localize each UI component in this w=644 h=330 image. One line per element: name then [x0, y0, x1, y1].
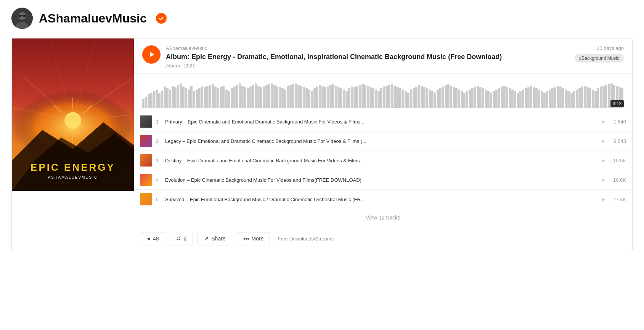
waveform-bar[interactable] [271, 83, 273, 108]
waveform-bar[interactable] [289, 85, 292, 108]
waveform-bar[interactable] [554, 87, 556, 108]
waveform-bar[interactable] [169, 90, 171, 108]
waveform-bar[interactable] [244, 87, 246, 108]
waveform-bar[interactable] [190, 86, 193, 108]
waveform-bar[interactable] [487, 91, 490, 108]
waveform-bar[interactable] [594, 91, 597, 108]
waveform-bar[interactable] [495, 90, 498, 108]
more-button[interactable]: ••• More [237, 232, 270, 245]
waveform-bar[interactable] [567, 91, 570, 108]
waveform-bar[interactable] [485, 90, 487, 108]
waveform-bar[interactable] [421, 86, 423, 108]
waveform-bar[interactable] [236, 85, 238, 108]
waveform-bar[interactable] [161, 91, 163, 108]
waveform-bar[interactable] [287, 86, 289, 108]
waveform-bar[interactable] [439, 88, 442, 108]
waveform-bar[interactable] [463, 93, 466, 108]
waveform-bar[interactable] [393, 86, 396, 108]
waveform-bar[interactable] [321, 86, 324, 108]
waveform-bar[interactable] [592, 90, 594, 108]
waveform-bar[interactable] [142, 99, 145, 108]
waveform-bar[interactable] [319, 85, 321, 108]
waveform-bar[interactable] [268, 84, 270, 108]
waveform-bar[interactable] [353, 87, 356, 108]
waveform-bar[interactable] [490, 93, 492, 108]
waveform-bar[interactable] [273, 85, 276, 108]
waveform-bar[interactable] [447, 84, 450, 108]
waveform-bar[interactable] [377, 91, 380, 108]
waveform-bar[interactable] [166, 88, 169, 108]
waveform-bar[interactable] [541, 91, 543, 108]
waveform-bar[interactable] [297, 85, 300, 108]
waveform-bar[interactable] [252, 85, 254, 108]
waveform-bar[interactable] [383, 87, 385, 108]
waveform-bar[interactable] [602, 86, 605, 108]
waveform-bar[interactable] [517, 93, 519, 108]
waveform-bar[interactable] [410, 90, 412, 108]
waveform-bar[interactable] [305, 88, 308, 108]
waveform-bar[interactable] [514, 91, 516, 108]
waveform-bar[interactable] [423, 87, 426, 108]
waveform-bar[interactable] [204, 87, 206, 108]
track-row[interactable]: 1 Primary – Epic Cinematic and Emotional… [134, 112, 632, 131]
waveform-bar[interactable] [557, 86, 559, 108]
waveform-bar[interactable] [559, 87, 562, 108]
waveform-bar[interactable] [415, 87, 418, 108]
waveform-bar[interactable] [196, 90, 198, 108]
waveform-bar[interactable] [565, 90, 567, 108]
waveform-bar[interactable] [345, 91, 348, 108]
waveform-bar[interactable] [329, 85, 332, 108]
waveform-bar[interactable] [158, 93, 161, 108]
waveform-bar[interactable] [434, 93, 436, 108]
track-row[interactable]: 2 Legacy – Epic Emotional and Dramatic C… [134, 131, 632, 151]
waveform-bar[interactable] [343, 90, 345, 108]
waveform-bar[interactable] [469, 90, 471, 108]
waveform-bar[interactable] [535, 88, 538, 108]
waveform-bar[interactable] [279, 87, 281, 108]
track-row[interactable]: 3 Destiny – Epic Dramatic and Emotional … [134, 151, 632, 170]
waveform-bar[interactable] [188, 90, 190, 108]
waveform-bar[interactable] [340, 88, 342, 108]
waveform-bar[interactable] [509, 88, 511, 108]
waveform-bar[interactable] [471, 88, 474, 108]
waveform-bar[interactable] [348, 88, 350, 108]
waveform-bar[interactable] [506, 87, 508, 108]
waveform-bar[interactable] [156, 90, 158, 108]
waveform-bar[interactable] [206, 86, 209, 108]
waveform-bar[interactable] [201, 87, 203, 108]
waveform-bar[interactable] [198, 88, 201, 108]
waveform-bar[interactable] [581, 87, 583, 108]
waveform-bar[interactable] [359, 85, 361, 108]
waveform-bar[interactable] [426, 88, 428, 108]
waveform-bar[interactable] [466, 91, 468, 108]
waveform-bar[interactable] [351, 87, 353, 108]
waveform-bar[interactable] [337, 87, 340, 108]
waveform-bar[interactable] [479, 87, 482, 108]
waveform-bar[interactable] [391, 84, 393, 108]
waveform-bar[interactable] [303, 87, 305, 108]
waveform-bar[interactable] [608, 84, 610, 108]
waveform-bar[interactable] [584, 86, 586, 108]
waveform-bar[interactable] [324, 87, 326, 108]
profile-name[interactable]: AShamaluevMusic [39, 11, 147, 26]
waveform-bar[interactable] [281, 88, 284, 108]
waveform-bar[interactable] [295, 83, 297, 108]
waveform-bar[interactable] [605, 85, 607, 108]
waveform-bar[interactable] [332, 84, 334, 108]
waveform-bar[interactable] [367, 86, 369, 108]
waveform-bar[interactable] [543, 93, 546, 108]
waveform-bar[interactable] [361, 84, 364, 108]
waveform-bar[interactable] [597, 88, 599, 108]
waveform-bar[interactable] [399, 88, 401, 108]
waveform-bar[interactable] [335, 86, 337, 108]
waveform-bar[interactable] [233, 87, 236, 108]
tag-badge[interactable]: #Background Music [575, 54, 624, 62]
waveform-bar[interactable] [380, 88, 382, 108]
like-button[interactable]: ♥ 48 [141, 232, 165, 245]
waveform-bar[interactable] [150, 93, 153, 108]
play-button[interactable] [142, 45, 161, 64]
waveform-bar[interactable] [493, 91, 495, 108]
waveform[interactable] [142, 77, 624, 108]
waveform-bar[interactable] [276, 87, 278, 108]
waveform-bar[interactable] [284, 90, 286, 108]
